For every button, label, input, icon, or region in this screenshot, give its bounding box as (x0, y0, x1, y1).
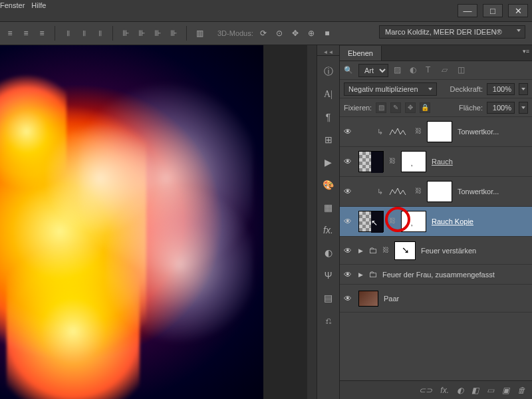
navigator-panel-icon[interactable]: ⊞ (322, 133, 335, 146)
layer-row[interactable]: 👁 ↳ ⛓ Tonwertkor... (340, 117, 532, 147)
menu-hilfe[interactable]: Hilfe (31, 0, 53, 11)
layer-name[interactable]: Tonwertkor... (458, 188, 499, 196)
new-group-icon[interactable]: ▭ (487, 386, 494, 395)
adjustments-panel-icon[interactable]: ◐ (322, 246, 335, 259)
layer-row-selected[interactable]: 👁 ↖ ⛓ ‚ Rauch Kopie (340, 207, 532, 237)
opacity-dropdown-icon[interactable] (519, 83, 528, 95)
link-layers^[interactable]: ⊂⊃ (419, 386, 432, 395)
new-layer-icon[interactable]: ▣ (502, 386, 509, 395)
space-icon2[interactable]: ⊪ (168, 27, 180, 39)
align-top-icon[interactable]: ≡ (4, 27, 16, 39)
brush-panel-icon[interactable]: ▤ (322, 291, 335, 305)
link-icon[interactable]: ⛓ (389, 157, 396, 166)
distribute-h-icon[interactable]: ⫴ (62, 27, 74, 39)
layer-name[interactable]: Feuer verstärken (421, 247, 476, 255)
visibility-icon[interactable]: 👁 (344, 246, 353, 255)
visibility-icon[interactable]: 👁 (344, 187, 353, 196)
camera-icon[interactable]: ■ (321, 27, 333, 39)
mask-thumbnail[interactable]: ‚ (401, 151, 426, 172)
layer-row[interactable]: 👁 Paar (340, 285, 532, 313)
align-bottom-icon[interactable]: ≡ (36, 27, 48, 39)
link-icon[interactable]: ⛓ (382, 246, 389, 255)
layer-list[interactable]: 👁 ↳ ⛓ Tonwertkor... 👁 ⛓ ‚ Rauch 👁 ↳ (340, 117, 532, 380)
styles-panel-icon[interactable]: fx. (322, 223, 335, 237)
layer-name[interactable]: Feuer der Frau, zusammengefasst (382, 271, 495, 279)
canvas-scrollbar[interactable] (307, 45, 317, 399)
opacity-label: Deckkraft: (450, 85, 483, 93)
menu-fenster[interactable]: Fenster (0, 0, 31, 11)
close-button[interactable]: ✕ (508, 4, 528, 17)
document-canvas[interactable] (0, 45, 263, 399)
layer-thumbnail[interactable] (358, 151, 384, 172)
lock-transparency-icon[interactable]: ▨ (376, 102, 386, 113)
actions-panel-icon[interactable]: ▶ (322, 156, 335, 169)
canvas-area[interactable] (0, 45, 307, 399)
distribute-hc-icon[interactable]: ⫴ (78, 27, 90, 39)
visibility-icon[interactable]: 👁 (344, 270, 353, 279)
space-icon[interactable]: ⊪ (152, 27, 164, 39)
space-v-icon[interactable]: ⊪ (136, 27, 148, 39)
mask-thumbnail[interactable]: ➘ (394, 241, 416, 260)
minimize-button[interactable]: — (458, 4, 477, 17)
mask-thumbnail[interactable] (427, 181, 452, 202)
disclosure-icon[interactable]: ▶ (358, 247, 363, 254)
pan-icon[interactable]: ✥ (289, 27, 301, 39)
layer-name[interactable]: Rauch Kopie (432, 217, 473, 225)
layer-group-row[interactable]: 👁 ▶ 🗀 Feuer der Frau, zusammengefasst (340, 265, 532, 285)
layer-name[interactable]: Rauch (432, 158, 453, 166)
layer-row[interactable]: 👁 ↳ ⛓ Tonwertkor... (340, 177, 532, 207)
visibility-icon[interactable]: 👁 (344, 157, 353, 166)
paragraph-panel-icon[interactable]: ¶ (322, 110, 335, 124)
disclosure-icon[interactable]: ▶ (358, 271, 363, 278)
expand-panels-icon[interactable]: ◄◄ (317, 49, 339, 56)
roll-icon[interactable]: ⊙ (273, 27, 285, 39)
lock-position-icon[interactable]: ✥ (405, 102, 416, 113)
opacity-field[interactable]: 100% (487, 83, 515, 95)
panel-menu-icon[interactable]: ▾≡ (523, 48, 529, 55)
layer-name[interactable]: Tonwertkor... (458, 128, 499, 136)
fill-field[interactable]: 100% (487, 102, 515, 114)
link-icon[interactable]: ⛓ (389, 217, 396, 226)
filter-shape-icon[interactable]: ▱ (442, 65, 452, 76)
delete-layer-icon[interactable]: 🗑 (517, 386, 525, 395)
visibility-icon[interactable]: 👁 (344, 127, 353, 136)
mask-thumbnail[interactable]: ‚ (401, 211, 426, 232)
swatches-panel-icon[interactable]: ▦ (322, 201, 335, 214)
visibility-icon[interactable]: 👁 (344, 294, 353, 303)
lock-paint-icon[interactable]: ✎ (390, 102, 401, 113)
filter-type-icon[interactable]: T (426, 65, 436, 76)
align-vmid-icon[interactable]: ≡ (20, 27, 32, 39)
layer-thumbnail[interactable]: ↖ (358, 211, 384, 232)
filter-adjust-icon[interactable]: ◐ (410, 65, 420, 76)
orbit-icon[interactable]: ⟳ (257, 27, 269, 39)
layer-name[interactable]: Paar (384, 295, 399, 303)
blend-mode-select[interactable]: Negativ multiplizieren (344, 82, 437, 96)
mask-thumbnail[interactable] (427, 121, 452, 142)
info-panel-icon[interactable]: ⓘ (322, 65, 335, 78)
link-icon[interactable]: ⛓ (415, 187, 422, 196)
layer-group-row[interactable]: 👁 ▶ 🗀 ⛓ ➘ Feuer verstärken (340, 237, 532, 265)
layer-fx-icon[interactable]: fx. (440, 386, 449, 395)
character-panel-icon[interactable]: A| (322, 88, 335, 101)
layers-tab[interactable]: Ebenen (340, 46, 382, 61)
color-panel-icon[interactable]: 🎨 (322, 178, 335, 192)
visibility-icon[interactable]: 👁 (344, 217, 353, 226)
filter-smart-icon[interactable]: ◫ (458, 65, 468, 76)
slide-icon[interactable]: ⊕ (305, 27, 317, 39)
fill-dropdown-icon[interactable] (519, 102, 528, 114)
maximize-button[interactable]: □ (483, 4, 503, 17)
lock-all-icon[interactable]: 🔒 (420, 102, 430, 113)
distribute-v-icon[interactable]: ⫴ (94, 27, 106, 39)
layer-thumbnail[interactable] (358, 291, 378, 307)
link-icon[interactable]: ⛓ (415, 127, 422, 136)
workspace-dropdown[interactable]: Marco Kolditz, MEER DER IDEEN® (379, 25, 525, 39)
adjustment-layer-icon[interactable]: ◧ (471, 386, 479, 395)
layer-mask-icon[interactable]: ◐ (457, 386, 464, 395)
history-panel-icon[interactable]: ⎌ (322, 314, 335, 327)
usb-panel-icon[interactable]: Ψ (322, 269, 335, 282)
filter-kind-select[interactable]: Art (358, 64, 388, 77)
layer-row[interactable]: 👁 ⛓ ‚ Rauch (340, 147, 532, 177)
filter-pixel-icon[interactable]: ▨ (394, 65, 404, 76)
auto-align-icon[interactable]: ▥ (194, 27, 205, 39)
space-h-icon[interactable]: ⊪ (120, 27, 132, 39)
